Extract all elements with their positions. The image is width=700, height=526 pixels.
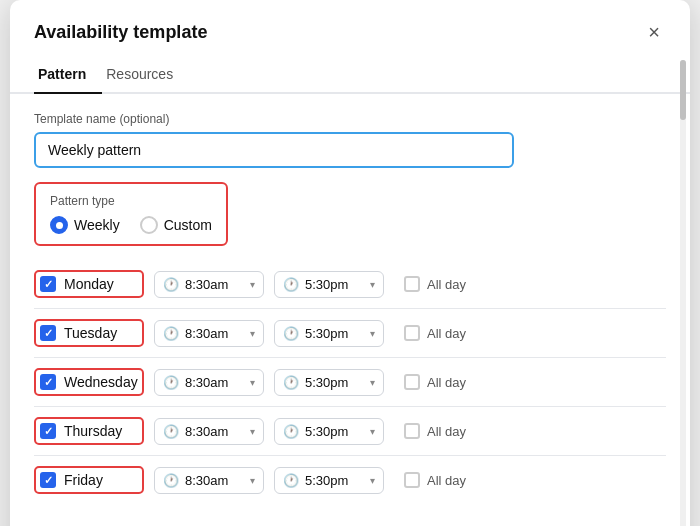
- clock-icon: 🕐: [163, 424, 179, 439]
- tuesday-allday-label: All day: [427, 326, 466, 341]
- close-button[interactable]: ×: [642, 20, 666, 44]
- wednesday-label: Wednesday: [64, 374, 138, 390]
- monday-allday-checkbox[interactable]: [404, 276, 420, 292]
- thursday-end-select[interactable]: 🕐 5:30pm ▾: [274, 418, 384, 445]
- chevron-down-icon: ▾: [370, 475, 375, 486]
- clock-icon: 🕐: [163, 473, 179, 488]
- friday-label: Friday: [64, 472, 103, 488]
- thursday-allday-label: All day: [427, 424, 466, 439]
- chevron-down-icon: ▾: [250, 426, 255, 437]
- monday-allday-area: All day: [404, 276, 466, 292]
- wednesday-allday-checkbox[interactable]: [404, 374, 420, 390]
- thursday-allday-area: All day: [404, 423, 466, 439]
- thursday-start-select[interactable]: 🕐 8:30am ▾: [154, 418, 264, 445]
- tab-bar: Pattern Resources: [10, 48, 690, 94]
- tuesday-checkbox[interactable]: [40, 325, 56, 341]
- clock-icon: 🕐: [163, 375, 179, 390]
- chevron-down-icon: ▾: [370, 279, 375, 290]
- dialog-header: Availability template ×: [10, 0, 690, 44]
- friday-start-select[interactable]: 🕐 8:30am ▾: [154, 467, 264, 494]
- tuesday-end-select[interactable]: 🕐 5:30pm ▾: [274, 320, 384, 347]
- chevron-down-icon: ▾: [250, 475, 255, 486]
- availability-template-dialog: Availability template × Pattern Resource…: [10, 0, 690, 526]
- friday-allday-label: All day: [427, 473, 466, 488]
- wednesday-checkbox[interactable]: [40, 374, 56, 390]
- friday-start-time: 8:30am: [185, 473, 244, 488]
- monday-checkbox-area[interactable]: Monday: [34, 270, 144, 298]
- thursday-end-time: 5:30pm: [305, 424, 364, 439]
- monday-start-select[interactable]: 🕐 8:30am ▾: [154, 271, 264, 298]
- friday-checkbox[interactable]: [40, 472, 56, 488]
- friday-allday-area: All day: [404, 472, 466, 488]
- wednesday-start-time: 8:30am: [185, 375, 244, 390]
- thursday-start-time: 8:30am: [185, 424, 244, 439]
- tuesday-allday-checkbox[interactable]: [404, 325, 420, 341]
- chevron-down-icon: ▾: [250, 377, 255, 388]
- thursday-checkbox[interactable]: [40, 423, 56, 439]
- clock-icon: 🕐: [283, 473, 299, 488]
- tuesday-start-time: 8:30am: [185, 326, 244, 341]
- tuesday-label: Tuesday: [64, 325, 117, 341]
- table-row: Friday 🕐 8:30am ▾ 🕐 5:30pm ▾ All day: [34, 456, 666, 504]
- tuesday-start-select[interactable]: 🕐 8:30am ▾: [154, 320, 264, 347]
- wednesday-end-time: 5:30pm: [305, 375, 364, 390]
- days-section: Monday 🕐 8:30am ▾ 🕐 5:30pm ▾ All day: [34, 260, 666, 504]
- clock-icon: 🕐: [283, 277, 299, 292]
- monday-checkbox[interactable]: [40, 276, 56, 292]
- chevron-down-icon: ▾: [370, 377, 375, 388]
- dialog-footer: Cancel Next: [10, 520, 690, 526]
- scrollbar-thumb[interactable]: [680, 60, 686, 120]
- clock-icon: 🕐: [283, 424, 299, 439]
- thursday-checkbox-area[interactable]: Thursday: [34, 417, 144, 445]
- template-name-input[interactable]: [34, 132, 514, 168]
- friday-checkbox-area[interactable]: Friday: [34, 466, 144, 494]
- dialog-title: Availability template: [34, 22, 207, 43]
- thursday-label: Thursday: [64, 423, 122, 439]
- tab-pattern[interactable]: Pattern: [34, 58, 102, 94]
- friday-allday-checkbox[interactable]: [404, 472, 420, 488]
- chevron-down-icon: ▾: [250, 328, 255, 339]
- monday-end-select[interactable]: 🕐 5:30pm ▾: [274, 271, 384, 298]
- wednesday-start-select[interactable]: 🕐 8:30am ▾: [154, 369, 264, 396]
- clock-icon: 🕐: [283, 326, 299, 341]
- wednesday-allday-label: All day: [427, 375, 466, 390]
- scrollbar-track[interactable]: [680, 60, 686, 526]
- monday-allday-label: All day: [427, 277, 466, 292]
- clock-icon: 🕐: [163, 277, 179, 292]
- table-row: Wednesday 🕐 8:30am ▾ 🕐 5:30pm ▾ All day: [34, 358, 666, 407]
- chevron-down-icon: ▾: [250, 279, 255, 290]
- radio-custom[interactable]: Custom: [140, 216, 212, 234]
- monday-start-time: 8:30am: [185, 277, 244, 292]
- tab-resources[interactable]: Resources: [102, 58, 189, 94]
- radio-custom-label: Custom: [164, 217, 212, 233]
- tuesday-allday-area: All day: [404, 325, 466, 341]
- monday-label: Monday: [64, 276, 114, 292]
- clock-icon: 🕐: [283, 375, 299, 390]
- pattern-type-box: Pattern type Weekly Custom: [34, 182, 228, 246]
- radio-custom-indicator: [140, 216, 158, 234]
- pattern-type-radio-group: Weekly Custom: [50, 216, 212, 234]
- radio-weekly-indicator: [50, 216, 68, 234]
- friday-end-time: 5:30pm: [305, 473, 364, 488]
- table-row: Monday 🕐 8:30am ▾ 🕐 5:30pm ▾ All day: [34, 260, 666, 309]
- table-row: Tuesday 🕐 8:30am ▾ 🕐 5:30pm ▾ All day: [34, 309, 666, 358]
- pattern-type-label: Pattern type: [50, 194, 212, 208]
- monday-end-time: 5:30pm: [305, 277, 364, 292]
- friday-end-select[interactable]: 🕐 5:30pm ▾: [274, 467, 384, 494]
- chevron-down-icon: ▾: [370, 328, 375, 339]
- template-name-label: Template name (optional): [34, 112, 666, 126]
- dialog-body: Template name (optional) Pattern type We…: [10, 94, 690, 520]
- wednesday-allday-area: All day: [404, 374, 466, 390]
- wednesday-end-select[interactable]: 🕐 5:30pm ▾: [274, 369, 384, 396]
- tuesday-end-time: 5:30pm: [305, 326, 364, 341]
- radio-weekly-label: Weekly: [74, 217, 120, 233]
- thursday-allday-checkbox[interactable]: [404, 423, 420, 439]
- tuesday-checkbox-area[interactable]: Tuesday: [34, 319, 144, 347]
- table-row: Thursday 🕐 8:30am ▾ 🕐 5:30pm ▾ All day: [34, 407, 666, 456]
- wednesday-checkbox-area[interactable]: Wednesday: [34, 368, 144, 396]
- radio-weekly[interactable]: Weekly: [50, 216, 120, 234]
- chevron-down-icon: ▾: [370, 426, 375, 437]
- clock-icon: 🕐: [163, 326, 179, 341]
